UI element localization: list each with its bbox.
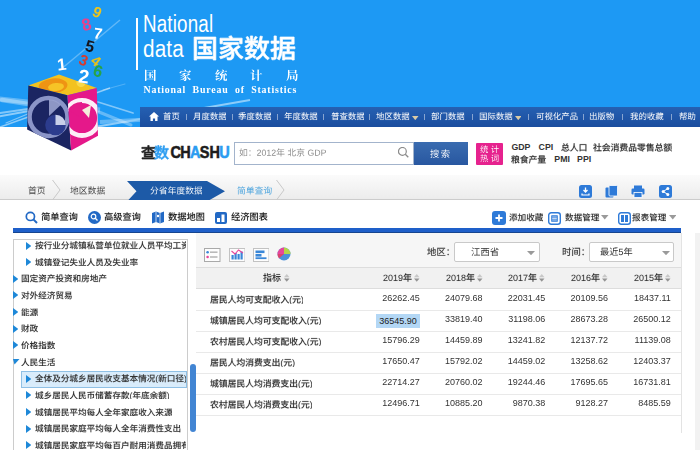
svg-text:7: 7 [93, 24, 104, 42]
svg-text:9: 9 [90, 2, 105, 21]
svg-text:1: 1 [56, 55, 67, 74]
svg-text:2: 2 [77, 65, 90, 87]
